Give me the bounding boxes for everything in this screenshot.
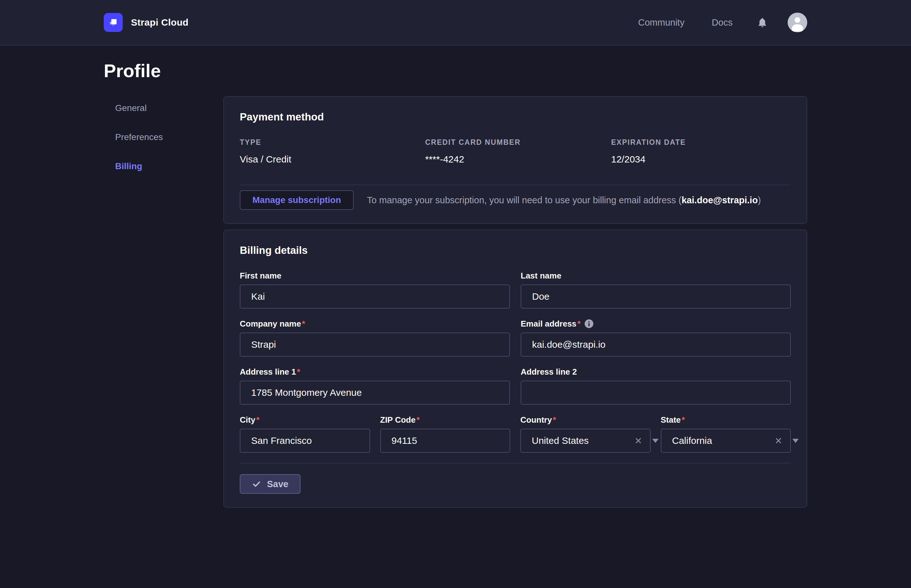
avatar[interactable] (788, 13, 807, 32)
sidebar-item-billing[interactable]: Billing (115, 162, 223, 171)
zip-code-label: ZIP Code* (380, 415, 511, 425)
divider (240, 185, 791, 185)
field-address-line-1: Address line 1* (240, 367, 510, 405)
country-value: United States (532, 435, 634, 446)
address-line-1-label: Address line 1* (240, 367, 510, 377)
note-email: kai.doe@strapi.io (682, 195, 758, 205)
form-row-location: City* ZIP Code* (240, 415, 791, 453)
strapi-cloud-profile-page: Strapi Cloud Community Docs Profile (0, 0, 911, 588)
payment-expiration-col: EXPIRATION DATE 12/2034 (611, 138, 791, 165)
bell-icon (757, 16, 768, 29)
sidebar-item-general[interactable]: General (115, 104, 223, 113)
email-address-input[interactable] (521, 333, 791, 357)
payment-type-value: Visa / Credit (240, 153, 425, 165)
chevron-down-icon[interactable] (652, 439, 659, 443)
billing-details-heading: Billing details (240, 244, 791, 257)
clear-icon[interactable] (774, 436, 783, 446)
state-combobox[interactable]: California (661, 429, 791, 453)
note-prefix: To manage your subscription, you will ne… (367, 195, 682, 205)
required-marker: * (256, 415, 259, 425)
field-company-name: Company name* (240, 319, 510, 357)
state-label: State* (661, 415, 791, 425)
email-address-label-text: Email address (521, 319, 576, 329)
info-icon[interactable] (584, 319, 594, 328)
company-name-input[interactable] (240, 333, 510, 357)
main-area: Profile General Preferences Billing Paym… (0, 60, 911, 527)
last-name-input[interactable] (521, 284, 791, 309)
address-line-2-label: Address line 2 (521, 367, 791, 377)
field-last-name: Last name (521, 271, 791, 309)
form-row-address: Address line 1* Address line 2 (240, 367, 791, 405)
required-marker: * (297, 367, 300, 377)
address-line-2-input[interactable] (521, 381, 791, 405)
state-label-text: State (661, 415, 681, 425)
avatar-icon (788, 13, 807, 32)
content-row: General Preferences Billing Payment meth… (104, 82, 807, 527)
zip-code-label-text: ZIP Code (380, 415, 416, 425)
billing-form: First name Last name (240, 271, 791, 494)
required-marker: * (417, 415, 420, 425)
nav-right: Community Docs (638, 13, 807, 32)
payment-method-heading: Payment method (240, 111, 791, 123)
settings-sidebar: General Preferences Billing (104, 82, 223, 527)
email-address-label: Email address* (521, 319, 791, 329)
last-name-label: Last name (521, 271, 791, 281)
strapi-logo-icon (104, 13, 123, 32)
first-name-label: First name (240, 271, 510, 281)
cards-column: Payment method TYPE Visa / Credit CREDIT… (223, 82, 807, 527)
address-line-1-label-text: Address line 1 (240, 367, 296, 377)
page-title: Profile (104, 60, 807, 82)
nav-link-community[interactable]: Community (638, 18, 684, 28)
form-row-name: First name Last name (240, 271, 791, 309)
last-name-label-text: Last name (521, 271, 561, 281)
first-name-input[interactable] (240, 284, 510, 309)
form-row-company-email: Company name* Email address* (240, 319, 791, 357)
country-combobox[interactable]: United States (520, 429, 650, 453)
field-country: Country* United States (520, 415, 650, 453)
required-marker: * (682, 415, 685, 425)
payment-info-grid: TYPE Visa / Credit CREDIT CARD NUMBER **… (240, 138, 791, 165)
payment-method-card: Payment method TYPE Visa / Credit CREDIT… (223, 96, 807, 224)
payment-footer: Manage subscription To manage your subsc… (240, 190, 791, 210)
card-number-value: ****-4242 (425, 153, 611, 165)
zip-code-input[interactable] (380, 429, 511, 453)
divider (240, 463, 791, 464)
note-suffix: ) (758, 195, 761, 205)
country-label-text: Country (520, 415, 552, 425)
city-label: City* (240, 415, 370, 425)
country-label: Country* (520, 415, 650, 425)
check-icon (252, 479, 261, 489)
billing-details-card: Billing details First name (223, 229, 807, 508)
company-name-label: Company name* (240, 319, 510, 329)
save-button[interactable]: Save (240, 474, 301, 494)
city-label-text: City (240, 415, 255, 425)
clear-icon[interactable] (634, 436, 643, 446)
company-name-label-text: Company name (240, 319, 301, 329)
chevron-down-icon[interactable] (792, 439, 799, 443)
city-input[interactable] (240, 429, 370, 453)
state-value: California (672, 435, 774, 446)
expiration-value: 12/2034 (611, 153, 791, 165)
billing-email-note: To manage your subscription, you will ne… (367, 195, 761, 205)
address-line-1-input[interactable] (240, 381, 510, 405)
save-button-label: Save (267, 479, 288, 489)
brand-name: Strapi Cloud (131, 17, 189, 28)
field-state: State* California (661, 415, 791, 453)
field-email-address: Email address* (521, 319, 791, 357)
field-address-line-2: Address line 2 (521, 367, 791, 405)
notifications-button[interactable] (757, 16, 768, 29)
required-marker: * (302, 319, 305, 329)
nav-link-docs[interactable]: Docs (712, 18, 733, 28)
payment-type-col: TYPE Visa / Credit (240, 138, 425, 165)
payment-card-number-col: CREDIT CARD NUMBER ****-4242 (425, 138, 611, 165)
address-line-2-label-text: Address line 2 (521, 367, 577, 377)
top-navbar: Strapi Cloud Community Docs (0, 0, 911, 45)
sidebar-item-preferences[interactable]: Preferences (115, 133, 223, 142)
manage-subscription-button[interactable]: Manage subscription (240, 190, 354, 210)
card-number-label: CREDIT CARD NUMBER (425, 138, 611, 147)
field-zip-code: ZIP Code* (380, 415, 511, 453)
first-name-label-text: First name (240, 271, 282, 281)
brand[interactable]: Strapi Cloud (104, 13, 189, 32)
required-marker: * (577, 319, 581, 329)
field-city: City* (240, 415, 370, 453)
